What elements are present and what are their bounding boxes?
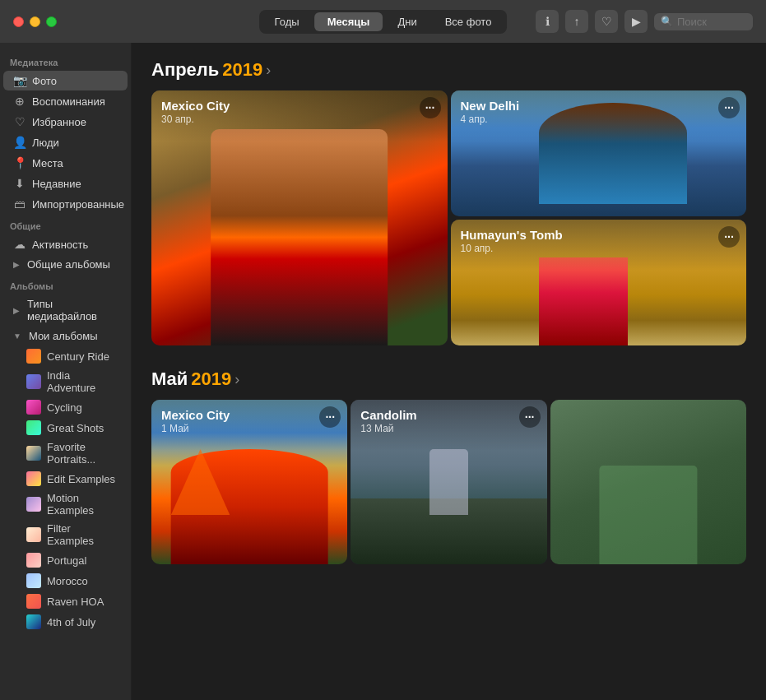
mexico-city-more-button[interactable]: ···: [420, 97, 441, 118]
photo-card-new-delhi[interactable]: New Delhi 4 апр. ···: [451, 90, 747, 216]
favorites-icon: ♡: [13, 115, 26, 128]
sidebar-album-great-shots[interactable]: Great Shots: [3, 418, 128, 438]
sidebar-album-morocco[interactable]: Morocco: [3, 571, 128, 591]
photo-card-mexico-may[interactable]: Mexico City 1 Май ···: [151, 400, 347, 564]
sidebar-people-label: Люди: [32, 137, 59, 149]
humayun-more-button[interactable]: ···: [718, 226, 740, 248]
view-tabs: Годы Месяцы Дни Все фото: [259, 10, 508, 34]
toolbar-right: ℹ ↑ ♡ ▶ 🔍: [536, 10, 753, 33]
sidebar-album-raven-hoa[interactable]: Raven HOA: [3, 591, 128, 611]
photo-card-mexico-city[interactable]: Mexico City 30 апр. ···: [151, 90, 448, 345]
photo-card-candolim[interactable]: Candolim 13 Май ···: [351, 400, 546, 564]
shared-section-label: Общие: [0, 215, 131, 234]
sidebar-item-imported[interactable]: 🗃 Импортированные: [3, 194, 128, 214]
century-ride-thumb: [26, 349, 41, 364]
sidebar-media-types-label: Типы медиафайлов: [27, 298, 118, 322]
sidebar: Медиатека 📷 Фото ⊕ Воспоминания ♡ Избран…: [0, 43, 132, 700]
century-ride-label: Century Ride: [47, 350, 109, 363]
slideshow-button[interactable]: ▶: [624, 10, 648, 33]
candolim-date: 13 Май: [360, 423, 536, 434]
window-controls: [13, 16, 57, 27]
search-box[interactable]: 🔍: [654, 13, 753, 30]
april-chevron-icon[interactable]: ›: [266, 62, 271, 79]
library-section-label: Медиатека: [0, 51, 131, 70]
sidebar-item-memories[interactable]: ⊕ Воспоминания: [3, 91, 128, 111]
sidebar-album-edit-examples[interactable]: Edit Examples: [3, 469, 128, 489]
great-shots-thumb: [26, 420, 41, 435]
sidebar-item-places[interactable]: 📍 Места: [3, 153, 128, 173]
photo-card-may-3[interactable]: [550, 400, 746, 564]
title-bar: Годы Месяцы Дни Все фото ℹ ↑ ♡ ▶ 🔍: [0, 0, 766, 43]
sidebar-album-4th-of-july[interactable]: 4th of July: [3, 612, 128, 632]
photos-icon: 📷: [13, 74, 26, 87]
sidebar-album-favorite-portraits[interactable]: Favorite Portraits...: [3, 438, 128, 468]
sidebar-album-filter-examples[interactable]: Filter Examples: [3, 520, 128, 549]
info-button[interactable]: ℹ: [536, 10, 559, 33]
india-adventure-label: India Adventure: [47, 369, 118, 394]
morocco-thumb: [26, 573, 41, 588]
april-photo-grid: Mexico City 30 апр. ··· New Delhi 4 апр.…: [151, 90, 746, 345]
sidebar-photos-label: Фото: [32, 75, 57, 87]
sidebar-imported-label: Импортированные: [32, 198, 124, 211]
candolim-title: Candolim: [360, 408, 536, 422]
memories-icon: ⊕: [13, 95, 26, 108]
search-icon: 🔍: [661, 16, 673, 27]
tab-years[interactable]: Годы: [262, 12, 313, 31]
sidebar-album-motion-examples[interactable]: Motion Examples: [3, 489, 128, 519]
may-header: Май 2019 ›: [151, 369, 746, 390]
april-month-label: Апрель: [151, 59, 219, 81]
sidebar-memories-label: Воспоминания: [32, 95, 105, 108]
close-button[interactable]: [13, 16, 24, 27]
activity-icon: ☁: [13, 238, 26, 251]
sidebar-recent-label: Недавние: [32, 178, 81, 190]
april-header: Апрель 2019 ›: [151, 59, 746, 81]
edit-examples-thumb: [26, 471, 41, 486]
sidebar-places-label: Места: [32, 157, 63, 169]
sidebar-item-photos[interactable]: 📷 Фото: [3, 71, 128, 90]
tab-days[interactable]: Дни: [384, 12, 429, 31]
heart-button[interactable]: ♡: [595, 10, 618, 33]
sidebar-album-cycling[interactable]: Cycling: [3, 397, 128, 417]
candolim-more-button[interactable]: ···: [519, 406, 541, 428]
india-adventure-thumb: [26, 374, 41, 389]
sidebar-album-century-ride[interactable]: Century Ride: [3, 346, 128, 366]
sidebar-item-media-types[interactable]: ▶ Типы медиафайлов: [3, 294, 128, 326]
my-albums-expand-icon: ▼: [13, 331, 21, 341]
filter-examples-thumb: [26, 527, 41, 542]
may-photo-grid: Mexico City 1 Май ··· Candolim 13 Май ··…: [151, 400, 746, 564]
sidebar-item-my-albums[interactable]: ▼ Мои альбомы: [3, 327, 128, 345]
places-icon: 📍: [13, 156, 26, 169]
share-button[interactable]: ↑: [565, 10, 588, 33]
new-delhi-more-button[interactable]: ···: [718, 97, 740, 118]
mexico-may-date: 1 Май: [161, 423, 337, 434]
sidebar-item-people[interactable]: 👤 Люди: [3, 132, 128, 152]
sidebar-item-recent[interactable]: ⬇ Недавние: [3, 174, 128, 193]
imported-icon: 🗃: [13, 197, 26, 211]
filter-examples-label: Filter Examples: [47, 522, 118, 547]
favorite-portraits-label: Favorite Portraits...: [47, 441, 118, 466]
favorite-portraits-thumb: [26, 446, 41, 461]
content-area: Апрель 2019 › Mexico City 30 апр. ···: [132, 43, 766, 700]
raven-hoa-thumb: [26, 594, 41, 609]
sidebar-item-shared-albums[interactable]: ▶ Общие альбомы: [3, 255, 128, 274]
sidebar-album-portugal[interactable]: Portugal: [3, 550, 128, 570]
search-input[interactable]: [677, 16, 751, 28]
humayun-title: Humayun's Tomb: [461, 228, 737, 242]
raven-hoa-label: Raven HOA: [47, 596, 104, 608]
mexico-city-date: 30 апр.: [161, 114, 438, 125]
motion-examples-thumb: [26, 497, 41, 512]
minimize-button[interactable]: [30, 16, 40, 27]
sidebar-item-favorites[interactable]: ♡ Избранное: [3, 112, 128, 132]
may-chevron-icon[interactable]: ›: [234, 371, 239, 388]
photo-card-humayun[interactable]: Humayun's Tomb 10 апр. ···: [451, 220, 747, 345]
maximize-button[interactable]: [46, 16, 57, 27]
mexico-may-title: Mexico City: [161, 408, 337, 422]
tab-all-photos[interactable]: Все фото: [432, 12, 505, 31]
new-delhi-info-top: New Delhi 4 апр.: [451, 90, 747, 141]
portugal-thumb: [26, 553, 41, 568]
sidebar-item-activity[interactable]: ☁ Активность: [3, 234, 128, 254]
cycling-thumb: [26, 400, 41, 415]
sidebar-album-india-adventure[interactable]: India Adventure: [3, 367, 128, 396]
new-delhi-date: 4 апр.: [461, 114, 737, 125]
tab-months[interactable]: Месяцы: [314, 12, 383, 31]
